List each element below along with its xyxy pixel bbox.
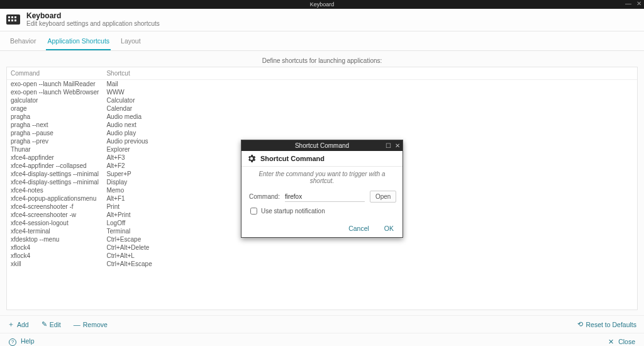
row-shortcut: Calculator xyxy=(103,96,637,104)
row-command: xflock4 xyxy=(7,243,103,252)
table-row[interactable]: pragha --pauseAudio play xyxy=(7,129,637,137)
row-command: xfce4-display-settings --minimal xyxy=(7,178,103,186)
window-title: Keyboard xyxy=(310,1,335,8)
reset-label: Reset to Defaults xyxy=(586,321,636,328)
col-shortcut[interactable]: Shortcut xyxy=(103,67,637,80)
row-command: xkill xyxy=(7,260,103,268)
row-command: xflock4 xyxy=(7,252,103,260)
close-button[interactable]: ✕ Close xyxy=(608,338,635,345)
tab-layout[interactable]: Layout xyxy=(119,35,142,50)
shortcut-command-dialog: Shortcut Command ☐ ✕ Shortcut Command En… xyxy=(241,140,403,238)
pencil-icon: ✎ xyxy=(42,320,47,328)
row-command: xfce4-display-settings --minimal xyxy=(7,170,103,178)
row-command: orage xyxy=(7,104,103,113)
dialog-maximize-icon[interactable]: ☐ xyxy=(386,142,391,149)
row-command: xfce4-appfinder --collapsed xyxy=(7,162,103,170)
row-command: pragha --pause xyxy=(7,129,103,137)
row-command: pragha --prev xyxy=(7,137,103,145)
dialog-close-icon[interactable]: ✕ xyxy=(395,142,400,149)
row-command: xfce4-popup-applicationsmenu xyxy=(7,194,103,203)
dialog-footer: Cancel OK xyxy=(242,221,402,237)
row-shortcut: WWW xyxy=(103,88,637,96)
page-title: Keyboard xyxy=(26,11,160,20)
startup-notification-label: Use startup notification xyxy=(261,208,325,215)
row-command: exo-open --launch MailReader xyxy=(7,80,103,89)
row-command: xfce4-screenshooter -f xyxy=(7,203,103,211)
gear-icon xyxy=(247,153,257,164)
row-shortcut: Calendar xyxy=(103,104,637,113)
command-label: Command: xyxy=(249,193,280,200)
settings-header: Keyboard Edit keyboard settings and appl… xyxy=(0,9,644,31)
action-bar: ＋ Add ✎ Edit — Remove ⟲ Reset to Default… xyxy=(0,315,644,333)
dialog-instruction: Enter the command you want to trigger wi… xyxy=(249,170,395,184)
minus-icon: — xyxy=(74,321,80,328)
reset-icon: ⟲ xyxy=(577,320,583,328)
table-row[interactable]: pragha --nextAudio next xyxy=(7,121,637,129)
row-command: Thunar xyxy=(7,145,103,153)
footer: Help ✕ Close xyxy=(0,333,644,346)
help-label: Help xyxy=(21,337,35,345)
row-shortcut: Audio media xyxy=(103,113,637,121)
row-shortcut: Audio next xyxy=(103,121,637,129)
dialog-title: Shortcut Command xyxy=(260,155,325,162)
minimize-icon[interactable]: — xyxy=(625,0,631,7)
help-button[interactable]: Help xyxy=(9,337,35,346)
row-command: exo-open --launch WebBrowser xyxy=(7,88,103,96)
tab-behavior[interactable]: Behavior xyxy=(9,35,37,50)
row-command: xfce4-notes xyxy=(7,186,103,194)
row-shortcut: Ctrl+Alt+Delete xyxy=(103,243,637,252)
remove-label: Remove xyxy=(83,321,108,328)
row-command: pragha xyxy=(7,113,103,121)
table-row[interactable]: galculatorCalculator xyxy=(7,96,637,104)
remove-button[interactable]: — Remove xyxy=(74,321,108,328)
dialog-titlebar[interactable]: Shortcut Command ☐ ✕ xyxy=(242,140,402,151)
row-command: galculator xyxy=(7,96,103,104)
row-shortcut: Mail xyxy=(103,80,637,89)
row-command: xfce4-appfinder xyxy=(7,153,103,162)
row-command: xfce4-session-logout xyxy=(7,219,103,227)
table-row[interactable]: xflock4Ctrl+Alt+Delete xyxy=(7,243,637,252)
add-label: Add xyxy=(17,321,29,328)
keyboard-icon xyxy=(6,14,20,25)
tab-application-shortcuts[interactable]: Application Shortcuts xyxy=(46,35,111,50)
startup-notification-checkbox[interactable] xyxy=(250,208,257,215)
table-row[interactable]: exo-open --launch MailReaderMail xyxy=(7,80,637,89)
dialog-window-title: Shortcut Command xyxy=(295,142,349,149)
dialog-header: Shortcut Command xyxy=(242,151,402,167)
row-command: xfce4-screenshooter -w xyxy=(7,211,103,219)
ok-button[interactable]: OK xyxy=(384,225,394,232)
table-row[interactable]: exo-open --launch WebBrowserWWW xyxy=(7,88,637,96)
table-row[interactable]: xkillCtrl+Alt+Escape xyxy=(7,260,637,268)
cancel-button[interactable]: Cancel xyxy=(348,225,369,232)
command-input[interactable] xyxy=(285,192,365,202)
table-row[interactable]: xflock4Ctrl+Alt+L xyxy=(7,252,637,260)
row-command: xfdesktop --menu xyxy=(7,235,103,243)
row-command: xfce4-terminal xyxy=(7,227,103,235)
row-shortcut: Audio play xyxy=(103,129,637,137)
page-subtitle: Edit keyboard settings and application s… xyxy=(26,20,160,27)
tabs: Behavior Application Shortcuts Layout xyxy=(0,31,644,51)
close-label: Close xyxy=(618,338,635,345)
table-row[interactable]: praghaAudio media xyxy=(7,113,637,121)
plus-icon: ＋ xyxy=(8,320,14,329)
row-shortcut: Ctrl+Alt+Escape xyxy=(103,260,637,268)
add-button[interactable]: ＋ Add xyxy=(8,320,29,329)
hint-text: Define shortcuts for launching applicati… xyxy=(6,56,638,67)
reset-defaults-button[interactable]: ⟲ Reset to Defaults xyxy=(577,320,636,328)
close-x-icon: ✕ xyxy=(608,338,614,345)
open-button[interactable]: Open xyxy=(370,191,396,203)
col-command[interactable]: Command xyxy=(7,67,103,80)
row-shortcut: Ctrl+Alt+L xyxy=(103,252,637,260)
window-titlebar: Keyboard — ✕ xyxy=(0,0,644,9)
row-command: pragha --next xyxy=(7,121,103,129)
edit-button[interactable]: ✎ Edit xyxy=(42,320,61,328)
close-icon[interactable]: ✕ xyxy=(636,0,641,7)
dialog-body: Enter the command you want to trigger wi… xyxy=(242,167,402,221)
edit-label: Edit xyxy=(50,321,61,328)
table-row[interactable]: orageCalendar xyxy=(7,104,637,113)
